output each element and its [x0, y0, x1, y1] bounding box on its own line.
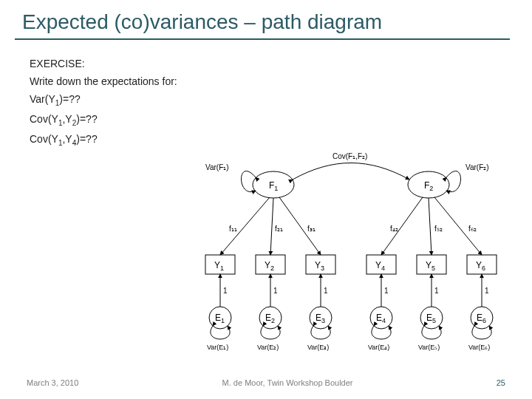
slide: Expected (co)variances – path diagram EX… — [0, 0, 532, 399]
svg-text:Y1: Y1 — [214, 260, 224, 272]
varF2-label: Var(F₂) — [466, 163, 489, 171]
y-boxes — [205, 255, 497, 274]
e2-sub: 2 — [271, 317, 275, 324]
e4-sub: 4 — [382, 317, 386, 324]
e1-sub: 1 — [221, 317, 225, 324]
y2-label: Y — [265, 260, 270, 270]
one-6: 1 — [485, 287, 489, 295]
f2-sub: 2 — [429, 185, 433, 192]
path-diagram-svg: F1 F2 Var(F₁) Var(F₂) Cov(F₁,F₂) Y1 — [192, 144, 510, 351]
load-f31: f₃₁ — [307, 225, 316, 233]
slide-footer: March 3, 2010 M. de Moor, Twin Workshop … — [0, 378, 532, 387]
svg-text:E3: E3 — [316, 313, 325, 324]
e3-sub: 3 — [321, 317, 325, 324]
svg-line-17 — [270, 198, 273, 255]
y4-sub: 4 — [381, 265, 385, 272]
footer-center: M. de Moor, Twin Workshop Boulder — [222, 378, 353, 387]
svg-line-19 — [381, 197, 423, 255]
e4-label: E — [376, 313, 382, 323]
y6-label: Y — [476, 260, 482, 270]
svg-text:E6: E6 — [477, 313, 486, 324]
q2-text-m: ,Y — [62, 113, 72, 125]
varE1: Var(E₁) — [207, 344, 228, 351]
svg-line-16 — [220, 197, 270, 255]
q3-text-m: ,Y — [62, 133, 72, 145]
e2-label: E — [265, 313, 271, 323]
varE2: Var(E₂) — [257, 344, 279, 351]
load-f42: f₄₂ — [390, 225, 398, 233]
e6-sub: 6 — [482, 317, 486, 324]
load-f52: f₅₂ — [434, 225, 443, 233]
varF1-label: Var(F₁) — [205, 163, 229, 171]
svg-text:F2: F2 — [424, 180, 433, 192]
q3-text-a: Cov(Y — [30, 133, 58, 145]
one-2: 1 — [273, 287, 278, 295]
e5-label: E — [426, 313, 432, 323]
question-1: Var(Y1)=?? — [30, 93, 502, 107]
varE5: Var(E₅) — [418, 344, 440, 351]
y1-sub: 1 — [220, 265, 224, 272]
e1-label: E — [215, 313, 221, 323]
e3-label: E — [316, 313, 321, 323]
path-diagram: F1 F2 Var(F₁) Var(F₂) Cov(F₁,F₂) Y1 — [192, 144, 510, 351]
load-f11: f₁₁ — [229, 225, 237, 233]
one-1: 1 — [223, 287, 228, 295]
e5-sub: 5 — [432, 317, 436, 324]
y5-label: Y — [426, 260, 432, 270]
footer-date: March 3, 2010 — [27, 378, 78, 387]
y1-label: Y — [214, 260, 220, 270]
varE6: Var(E₆) — [468, 344, 490, 351]
slide-body: EXERCISE: Write down the expectations fo… — [0, 40, 532, 146]
q2-text-b: )=?? — [76, 113, 97, 125]
one-3: 1 — [324, 287, 328, 295]
varE3: Var(E₃) — [307, 344, 329, 351]
f2-label: F — [424, 180, 429, 191]
svg-text:E2: E2 — [265, 313, 275, 324]
y3-label: Y — [315, 260, 321, 270]
slide-title: Expected (co)variances – path diagram — [0, 0, 532, 38]
exercise-heading: EXERCISE: — [30, 58, 502, 69]
svg-text:E1: E1 — [215, 313, 225, 324]
y5-sub: 5 — [432, 265, 435, 272]
footer-page: 25 — [497, 378, 505, 387]
svg-text:Y6: Y6 — [476, 260, 485, 272]
y4-label: Y — [375, 260, 381, 270]
load-f62: f₆₂ — [468, 225, 477, 233]
load-f21: f₂₁ — [275, 225, 283, 233]
svg-text:E5: E5 — [426, 313, 436, 324]
svg-text:Y3: Y3 — [315, 260, 324, 272]
q1-text-b: )=?? — [59, 93, 80, 105]
svg-text:E4: E4 — [376, 313, 386, 324]
y2-sub: 2 — [270, 265, 274, 272]
svg-text:Y5: Y5 — [426, 260, 435, 272]
q3-text-b: )=?? — [76, 133, 97, 145]
covF-label: Cov(F₁,F₂) — [332, 152, 367, 160]
q1-text-a: Var(Y — [30, 93, 55, 105]
varE4: Var(E₄) — [368, 344, 389, 351]
question-2: Cov(Y1,Y2)=?? — [30, 113, 502, 127]
q2-text-a: Cov(Y — [30, 113, 58, 125]
exercise-prompt: Write down the expectations for: — [30, 75, 502, 87]
e-nodes — [209, 307, 493, 329]
y6-sub: 6 — [482, 265, 485, 272]
f1-sub: 1 — [274, 185, 278, 192]
one-4: 1 — [384, 287, 389, 295]
svg-line-20 — [429, 198, 432, 255]
y3-sub: 3 — [321, 265, 324, 272]
one-5: 1 — [434, 287, 439, 295]
svg-text:Y2: Y2 — [265, 260, 274, 272]
e6-label: E — [477, 313, 482, 323]
svg-text:Y4: Y4 — [375, 260, 385, 272]
f1-label: F — [269, 180, 274, 191]
svg-text:F1: F1 — [269, 180, 278, 192]
